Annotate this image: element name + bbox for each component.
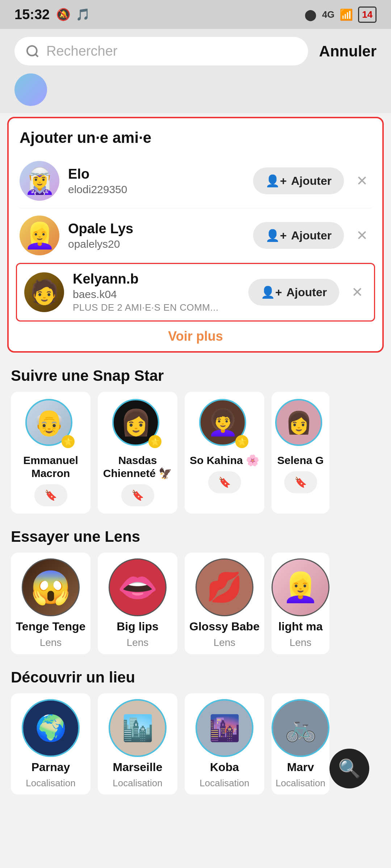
avatar-kelyann[interactable]: 🧑 <box>24 272 64 312</box>
place-name-koba: Koba <box>210 761 239 774</box>
place-card-koba[interactable]: 🌆 Koba Localisation <box>185 693 264 795</box>
place-name-marseille: Marseille <box>113 761 163 774</box>
lens-preview-glossy: 💋 <box>196 558 253 616</box>
place-name-parnay: Parnay <box>31 761 70 774</box>
lens-type-lightma: Lens <box>290 637 312 648</box>
add-person-icon-kelyann: 👤+ <box>261 285 282 299</box>
bookmark-icon-sokahina: 🔖 <box>218 476 231 488</box>
friend-info-opale: Opale Lys opalelys20 <box>68 221 244 250</box>
add-label-elo: Ajouter <box>291 174 332 188</box>
dismiss-button-opale[interactable]: ✕ <box>353 224 371 247</box>
signal-bars-icon: 📶 <box>340 8 353 21</box>
friend-username-kelyann: baes.k04 <box>73 288 240 301</box>
lens-type-glossy: Lens <box>214 637 236 648</box>
lens-list: 😱 Tenge Tenge Lens 👄 Big lips Lens 💋 Glo… <box>11 553 384 654</box>
follow-button-nasdas[interactable]: 🔖 <box>121 484 154 506</box>
add-person-icon-opale: 👤+ <box>265 229 287 242</box>
svg-point-0 <box>27 46 37 56</box>
lens-name-biglips: Big lips <box>117 620 159 633</box>
top-avatar-area <box>0 73 391 113</box>
friend-name-opale: Opale Lys <box>68 221 244 237</box>
friend-name-elo: Elo <box>68 166 244 182</box>
snap-star-name-sokahina: So Kahina 🌸 <box>190 454 259 467</box>
place-card-parnay[interactable]: 🌍 Parnay Localisation <box>11 693 91 795</box>
follow-button-sokahina[interactable]: 🔖 <box>208 471 241 493</box>
add-button-opale[interactable]: 👤+ Ajouter <box>253 222 344 249</box>
friend-row-elo: 🧝‍♀️ Elo elodi229350 👤+ Ajouter ✕ <box>20 154 371 208</box>
lens-preview-biglips: 👄 <box>109 558 167 616</box>
lens-name-tenge: Tenge Tenge <box>16 620 86 633</box>
spotify-icon: 🎵 <box>76 8 90 21</box>
avatar-wrapper-sokahina: 👩‍🦱 ⭐ <box>199 399 250 450</box>
snap-star-title: Suivre une Snap Star <box>11 367 384 384</box>
place-card-marv[interactable]: 🚲 Marv Localisation <box>272 693 329 795</box>
lens-name-glossy: Glossy Babe <box>189 620 260 633</box>
add-friend-title: Ajouter un·e ami·e <box>20 129 371 146</box>
lens-type-tenge: Lens <box>40 637 62 648</box>
lens-preview-tenge: 😱 <box>22 558 80 616</box>
badge-nasdas: ⭐ <box>148 435 161 448</box>
lens-preview-lightma: 👱‍♀️ <box>272 558 329 616</box>
snap-star-name-nasdas: NasdasChienneté 🦅 <box>103 454 172 480</box>
add-friend-section: Ajouter un·e ami·e 🧝‍♀️ Elo elodi229350 … <box>7 117 384 353</box>
place-type-marseille: Localisation <box>113 778 162 789</box>
places-list: 🌍 Parnay Localisation 🏙️ Marseille Local… <box>11 693 384 795</box>
friend-row-opale: 👱‍♀️ Opale Lys opalelys20 👤+ Ajouter ✕ <box>20 208 371 263</box>
lens-section: Essayer une Lens 😱 Tenge Tenge Lens 👄 Bi… <box>0 517 391 658</box>
follow-button-macron[interactable]: 🔖 <box>34 484 67 506</box>
badge-sokahina: ⭐ <box>235 435 248 448</box>
snap-star-name-selenag: Selena G <box>277 454 324 467</box>
avatar-selenag[interactable]: 👩 <box>275 399 322 446</box>
lens-type-biglips: Lens <box>127 637 149 648</box>
fab-search-button[interactable]: 🔍 <box>329 749 369 788</box>
dismiss-button-kelyann[interactable]: ✕ <box>348 281 367 304</box>
dismiss-button-elo[interactable]: ✕ <box>353 169 371 192</box>
see-more-button[interactable]: Voir plus <box>168 329 223 344</box>
search-bar: Rechercher Annuler <box>0 29 391 73</box>
cancel-button[interactable]: Annuler <box>319 43 377 60</box>
add-person-icon: 👤+ <box>265 174 287 188</box>
bookmark-icon-macron: 🔖 <box>45 489 57 501</box>
snap-star-card-selenag: 👩 Selena G 🔖 <box>272 392 329 514</box>
avatar-wrapper-nasdas: 👩 ⭐ <box>112 399 163 450</box>
lens-card-biglips[interactable]: 👄 Big lips Lens <box>98 553 177 654</box>
place-type-parnay: Localisation <box>26 778 75 789</box>
friend-mutual-kelyann: PLUS DE 2 AMI·E·S EN COMM... <box>73 302 240 313</box>
search-icon <box>25 44 40 59</box>
avatar-wrapper-selenag: 👩 <box>275 399 326 450</box>
battery-indicator: 14 <box>358 7 377 23</box>
status-bar: 15:32 🔕 🎵 ⬤ 4G 📶 14 <box>0 0 391 29</box>
place-preview-parnay: 🌍 <box>22 699 80 757</box>
badge-macron: ⭐ <box>62 435 75 448</box>
lens-card-glossy[interactable]: 💋 Glossy Babe Lens <box>185 553 264 654</box>
friend-info-kelyann: Kelyann.b baes.k04 PLUS DE 2 AMI·E·S EN … <box>73 271 240 313</box>
snap-star-card-nasdas: 👩 ⭐ NasdasChienneté 🦅 🔖 <box>98 392 177 514</box>
avatar-opale[interactable]: 👱‍♀️ <box>20 216 59 255</box>
snap-star-section: Suivre une Snap Star 👴 ⭐ EmmanuelMacron … <box>0 356 391 517</box>
status-time: 15:32 <box>14 7 50 22</box>
add-button-elo[interactable]: 👤+ Ajouter <box>253 167 344 194</box>
lens-card-lightma[interactable]: 👱‍♀️ light ma Lens <box>272 553 329 654</box>
place-card-marseille[interactable]: 🏙️ Marseille Localisation <box>98 693 177 795</box>
place-preview-koba: 🌆 <box>196 699 253 757</box>
avatar-elo[interactable]: 🧝‍♀️ <box>20 161 59 201</box>
friend-info-elo: Elo elodi229350 <box>68 166 244 196</box>
lens-name-lightma: light ma <box>278 620 323 633</box>
add-label-kelyann: Ajouter <box>286 286 327 299</box>
add-button-kelyann[interactable]: 👤+ Ajouter <box>248 279 339 306</box>
see-more-container: Voir plus <box>20 322 371 348</box>
snap-star-card-macron: 👴 ⭐ EmmanuelMacron 🔖 <box>11 392 91 514</box>
scrolled-avatar[interactable] <box>14 73 47 106</box>
lens-title: Essayer une Lens <box>11 528 384 545</box>
place-name-marv: Marv <box>287 761 314 774</box>
mute-icon: 🔕 <box>56 8 71 21</box>
add-label-opale: Ajouter <box>291 229 332 242</box>
snap-star-name-macron: EmmanuelMacron <box>23 454 78 480</box>
search-input-wrapper[interactable]: Rechercher <box>14 37 308 65</box>
follow-button-selenag[interactable]: 🔖 <box>284 471 317 493</box>
friend-username-elo: elodi229350 <box>68 183 244 196</box>
friend-name-kelyann: Kelyann.b <box>73 271 240 287</box>
place-type-marv: Localisation <box>276 778 325 789</box>
bluetooth-icon: ⬤ <box>304 8 317 21</box>
lens-card-tenge[interactable]: 😱 Tenge Tenge Lens <box>11 553 91 654</box>
